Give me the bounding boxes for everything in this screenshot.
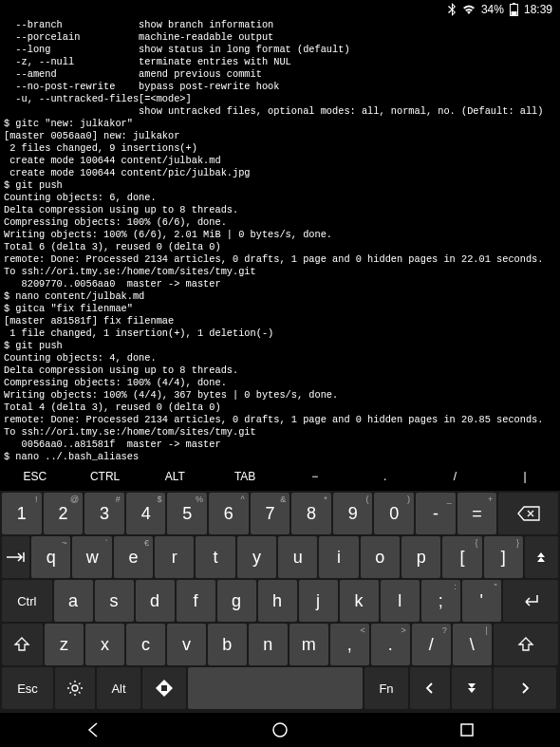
key-f[interactable]: f	[177, 580, 215, 622]
left-key[interactable]	[410, 667, 450, 709]
key-g[interactable]: g	[217, 580, 256, 622]
emoji-key[interactable]	[142, 667, 186, 709]
key-1[interactable]: 1!	[2, 493, 42, 534]
backspace-key[interactable]	[498, 493, 558, 534]
key-h[interactable]: h	[258, 580, 297, 622]
key-6[interactable]: 6^	[209, 493, 249, 534]
key--[interactable]: -_	[416, 493, 456, 534]
extra-key[interactable]: CTRL	[70, 470, 140, 483]
terminal-line: Delta compression using up to 8 threads.	[4, 204, 556, 216]
terminal-line: -u, --untracked-files[=<mode>]	[4, 93, 556, 105]
terminal-line: Total 4 (delta 3), reused 0 (delta 0)	[4, 402, 556, 414]
nav-recent[interactable]	[453, 716, 481, 744]
soft-keyboard: 1!2@3#4$5%6^7&8*9(0)-_=+q~w`e€rtyuiop[{]…	[0, 491, 560, 713]
terminal-line: --long show status in long format (defau…	[4, 44, 556, 56]
key-/[interactable]: /?	[412, 624, 451, 665]
extra-key[interactable]: .	[350, 470, 420, 483]
key-'[interactable]: '"	[462, 580, 501, 622]
terminal-line: --no-post-rewrite bypass post-rewrite ho…	[4, 81, 556, 93]
key-q[interactable]: q~	[31, 536, 70, 578]
key-i[interactable]: i	[319, 536, 358, 578]
key-4[interactable]: 4$	[126, 493, 166, 534]
key-c[interactable]: c	[126, 624, 165, 665]
key-9[interactable]: 9(	[333, 493, 373, 534]
key-x[interactable]: x	[85, 624, 124, 665]
key-v[interactable]: v	[167, 624, 206, 665]
terminal-line: Compressing objects: 100% (4/4), done.	[4, 377, 556, 389]
enter-key[interactable]	[503, 580, 558, 622]
key-2[interactable]: 2@	[44, 493, 84, 534]
shift-key-right[interactable]	[494, 624, 558, 665]
nav-back[interactable]	[79, 716, 107, 744]
svg-rect-2	[511, 11, 516, 15]
key-7[interactable]: 7&	[251, 493, 290, 534]
key-a[interactable]: a	[54, 580, 93, 622]
terminal-line: $ gitc "new: julkakor"	[4, 118, 556, 130]
svg-point-3	[72, 685, 78, 691]
svg-rect-4	[161, 685, 167, 691]
key-t[interactable]: t	[196, 536, 234, 578]
right-key[interactable]	[494, 667, 556, 709]
key-j[interactable]: j	[299, 580, 338, 622]
terminal-line: [master a81581f] fix filenmae	[4, 315, 556, 327]
pgdn-key[interactable]	[452, 667, 492, 709]
terminal-line: Writing objects: 100% (4/4), 367 bytes |…	[4, 389, 556, 402]
key-8[interactable]: 8*	[291, 493, 331, 534]
key-p[interactable]: p	[401, 536, 440, 578]
terminal-line: create mode 100644 content/julbak.md	[4, 155, 556, 167]
key-z[interactable]: z	[45, 624, 84, 665]
key-0[interactable]: 0)	[374, 493, 414, 534]
key-][interactable]: ]}	[484, 536, 523, 578]
key-w[interactable]: w`	[72, 536, 111, 578]
key-y[interactable]: y	[237, 536, 276, 578]
terminal-line: -z, --null terminate entries with NUL	[4, 56, 556, 68]
key-e[interactable]: e€	[114, 536, 153, 578]
tab-key[interactable]	[2, 536, 29, 578]
fn-key[interactable]: Fn	[364, 667, 408, 709]
shift-key[interactable]	[2, 624, 43, 665]
key-s[interactable]: s	[95, 580, 134, 622]
extra-key[interactable]: ESC	[0, 470, 70, 483]
key-5[interactable]: 5%	[167, 493, 207, 534]
keyboard: ESCCTRLALTTAB−./| 1!2@3#4$5%6^7&8*9(0)-_…	[0, 462, 560, 747]
terminal-line: remote: Done: Processed 2134 articles, 0…	[4, 253, 556, 266]
key-k[interactable]: k	[340, 580, 379, 622]
svg-rect-6	[461, 724, 473, 736]
key-\[interactable]: \|	[453, 624, 492, 665]
key-3[interactable]: 3#	[84, 493, 124, 534]
key-m[interactable]: m	[289, 624, 328, 665]
key-o[interactable]: o	[361, 536, 400, 578]
settings-key[interactable]	[55, 667, 95, 709]
terminal-line: To ssh://ori.tmy.se:/home/tom/sites/tmy.…	[4, 426, 556, 439]
svg-point-5	[273, 723, 287, 737]
key-l[interactable]: l	[381, 580, 420, 622]
key-[[interactable]: [{	[442, 536, 481, 578]
key-d[interactable]: d	[136, 580, 175, 622]
key-,[interactable]: ,<	[330, 624, 369, 665]
extra-key[interactable]: TAB	[210, 470, 280, 483]
terminal-line: --amend amend previous commit	[4, 68, 556, 81]
extra-key[interactable]: |	[490, 470, 560, 483]
key-u[interactable]: u	[278, 536, 317, 578]
key-b[interactable]: b	[208, 624, 247, 665]
bluetooth-icon	[447, 3, 457, 16]
wifi-icon	[462, 4, 476, 15]
nav-home[interactable]	[266, 716, 294, 744]
key-.[interactable]: .>	[371, 624, 410, 665]
pgup-key[interactable]	[525, 536, 558, 578]
extra-key[interactable]: ALT	[140, 470, 211, 483]
terminal-line: To ssh://ori.tmy.se:/home/tom/sites/tmy.…	[4, 266, 556, 278]
key-;[interactable]: ;:	[421, 580, 460, 622]
key-=[interactable]: =+	[457, 493, 497, 534]
alt-key[interactable]: Alt	[97, 667, 140, 709]
terminal-line: 1 file changed, 1 insertion(+), 1 deleti…	[4, 327, 556, 340]
extra-key[interactable]: /	[420, 470, 491, 483]
extra-key[interactable]: −	[280, 470, 350, 483]
esc-key[interactable]: Esc	[2, 667, 53, 709]
terminal-line: [master 0056aa0] new: julkakor	[4, 130, 556, 142]
terminal-line: $ git push	[4, 340, 556, 352]
ctrl-key[interactable]: Ctrl	[2, 580, 52, 622]
key-r[interactable]: r	[155, 536, 194, 578]
space-key[interactable]	[188, 667, 363, 709]
key-n[interactable]: n	[249, 624, 288, 665]
